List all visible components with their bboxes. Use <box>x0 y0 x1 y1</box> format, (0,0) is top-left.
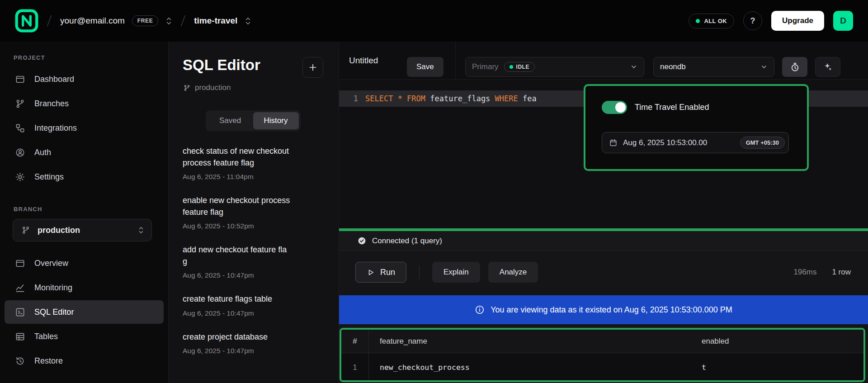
table-icon <box>14 331 25 342</box>
history-item[interactable]: create feature flags table Aug 6, 2025 -… <box>183 293 323 317</box>
sidebar-item-label: Dashboard <box>34 75 74 84</box>
explain-button[interactable]: Explain <box>432 262 480 283</box>
analyze-button[interactable]: Analyze <box>488 262 538 283</box>
sidebar-item-label: Tables <box>34 332 58 341</box>
status-badge[interactable]: ALL OK <box>689 14 734 28</box>
sparkles-icon <box>823 62 833 72</box>
sidebar-item-label: Settings <box>34 172 64 182</box>
sidebar-item-label: Monitoring <box>34 283 72 293</box>
save-button[interactable]: Save <box>407 57 443 77</box>
project-name[interactable]: time-travel <box>194 16 237 26</box>
tab-saved[interactable]: Saved <box>208 112 253 129</box>
history-item-time: Aug 6, 2025 - 10:52pm <box>183 222 323 230</box>
chart-icon <box>14 282 25 293</box>
database-selector[interactable]: neondb <box>653 57 774 77</box>
sidebar-item-settings[interactable]: Settings <box>5 165 164 189</box>
branch-selector-chevrons-icon <box>138 226 144 235</box>
toolbar-divider <box>455 42 456 80</box>
sidebar-item-monitoring[interactable]: Monitoring <box>5 276 164 299</box>
top-bar: your@email.com FREE time-travel ALL OK <box>0 0 868 42</box>
time-travel-toggle[interactable] <box>602 101 627 114</box>
check-circle-icon <box>357 236 367 246</box>
sidebar-item-restore[interactable]: Restore <box>5 349 164 373</box>
sidebar-item-overview[interactable]: Overview <box>5 251 164 275</box>
history-item-title: check status of new checkout process fea… <box>183 146 291 169</box>
history-item-title: add new checkout feature flag <box>183 244 291 267</box>
sidebar-item-auth[interactable]: Auth <box>5 141 164 164</box>
database-name: neondb <box>660 62 686 71</box>
account-switcher-chevrons-icon[interactable] <box>165 16 172 26</box>
compute-status-label: IDLE <box>516 64 529 70</box>
auth-user-icon <box>14 147 25 158</box>
ai-assist-button[interactable] <box>815 57 840 77</box>
branches-icon <box>14 98 25 109</box>
time-travel-datetime-field[interactable]: Aug 6, 2025 10:53:00.00 GMT +05:30 <box>602 132 789 153</box>
dashboard-icon <box>14 74 25 85</box>
vertical-divider <box>419 265 420 279</box>
account-email[interactable]: your@email.com <box>60 16 125 26</box>
history-item[interactable]: check status of new checkout process fea… <box>183 146 323 181</box>
pane-divider-highlight[interactable] <box>339 228 868 231</box>
row-count: 1 row <box>832 268 851 277</box>
tab-history[interactable]: History <box>253 112 299 129</box>
column-header-enabled: enabled <box>702 337 863 346</box>
upgrade-button[interactable]: Upgrade <box>771 11 824 31</box>
branch-icon <box>20 225 31 236</box>
idle-dot-icon <box>509 65 513 69</box>
history-item[interactable]: create project database Aug 6, 2025 - 10… <box>183 331 323 355</box>
panel-title: SQL Editor <box>183 57 260 73</box>
sidebar-item-sql-editor[interactable]: SQL Editor <box>5 300 164 324</box>
history-item-title: enable new checkout process feature flag <box>183 195 291 218</box>
sidebar-item-label: Restore <box>34 356 63 366</box>
neon-logo-icon[interactable] <box>15 9 38 33</box>
status-dot-icon <box>696 19 700 23</box>
sidebar-item-label: Integrations <box>34 123 77 133</box>
avatar[interactable]: D <box>833 11 853 31</box>
branch-selector[interactable]: production <box>13 219 152 241</box>
plan-badge: FREE <box>132 15 158 26</box>
run-button-label: Run <box>380 268 395 277</box>
sidebar-item-tables[interactable]: Tables <box>5 325 164 348</box>
sidebar-item-label: Overview <box>34 259 68 268</box>
sql-editor-icon <box>14 307 25 317</box>
history-item-title: create feature flags table <box>183 293 291 305</box>
overview-icon <box>14 258 25 269</box>
history-item-time: Aug 6, 2025 - 10:47pm <box>183 271 323 279</box>
history-list: check status of new checkout process fea… <box>183 146 323 355</box>
sidebar: PROJECT Dashboard Branches <box>0 42 169 383</box>
stopwatch-icon <box>790 62 800 72</box>
line-number: 1 <box>339 94 365 103</box>
branch-selector-value: production <box>38 226 80 235</box>
connection-status-bar: Connected (1 query) <box>339 231 868 251</box>
query-tab-title[interactable]: Untitled <box>349 56 378 66</box>
time-travel-popup: Time Travel Enabled Aug 6, 2025 10:53:00… <box>584 84 809 171</box>
results-table: # feature_name enabled 1 new_checkout_pr… <box>340 328 865 382</box>
compute-selector[interactable]: Primary IDLE <box>465 57 644 77</box>
slash-icon <box>179 14 187 28</box>
panel-branch-name: production <box>195 83 231 92</box>
project-switcher-chevrons-icon[interactable] <box>245 16 251 26</box>
history-item[interactable]: add new checkout feature flag Aug 6, 202… <box>183 244 323 279</box>
table-row[interactable]: 1 new_checkout_process t <box>341 353 863 381</box>
new-query-button[interactable] <box>302 57 323 78</box>
help-button[interactable]: ? <box>743 11 762 30</box>
connection-status-text: Connected (1 query) <box>372 236 442 246</box>
time-travel-button[interactable] <box>782 57 807 77</box>
neon-console: your@email.com FREE time-travel ALL OK <box>0 0 868 383</box>
history-item[interactable]: enable new checkout process feature flag… <box>183 195 323 230</box>
status-badge-label: ALL OK <box>704 18 727 24</box>
sidebar-item-dashboard[interactable]: Dashboard <box>5 67 164 91</box>
gear-icon <box>14 171 25 182</box>
time-travel-banner: You are viewing data as it existed on Au… <box>339 295 868 324</box>
chevron-down-icon <box>630 63 637 71</box>
chevron-down-icon <box>760 63 768 71</box>
slash-icon <box>46 14 53 28</box>
project-section-label: PROJECT <box>0 54 168 61</box>
query-actions-row: Run Explain Analyze 196ms 1 row <box>339 252 868 293</box>
play-icon <box>367 268 375 277</box>
run-button[interactable]: Run <box>355 262 406 283</box>
history-item-time: Aug 6, 2025 - 11:04pm <box>183 173 323 181</box>
sidebar-item-branches[interactable]: Branches <box>5 92 164 115</box>
branch-section-label: BRANCH <box>0 206 168 213</box>
sidebar-item-integrations[interactable]: Integrations <box>5 116 164 140</box>
